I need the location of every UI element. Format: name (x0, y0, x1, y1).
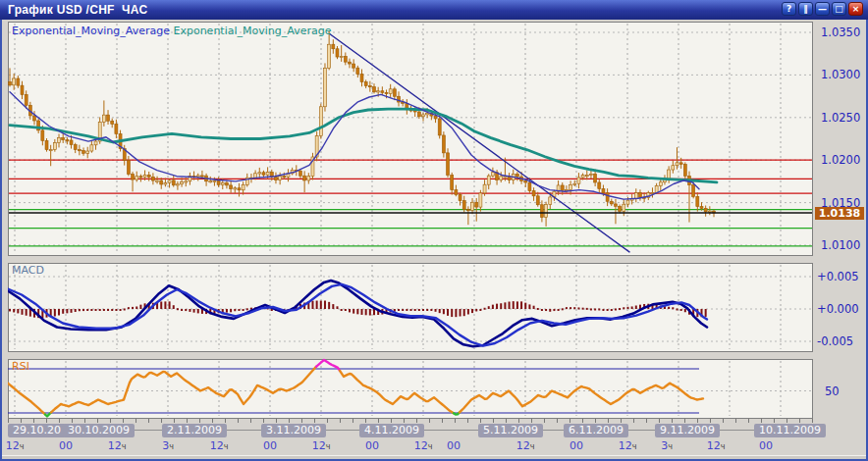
macd-histogram-bar (189, 309, 190, 312)
time-axis-label: 00 (447, 439, 461, 452)
maximize-button[interactable]: □ (832, 2, 846, 16)
macd-histogram-bar (86, 309, 88, 311)
macd-histogram-bar (9, 309, 11, 311)
macd-histogram-bar (443, 309, 445, 314)
macd-histogram-bar (549, 309, 551, 312)
macd-histogram-bar (680, 309, 682, 311)
candle-body (651, 192, 654, 193)
candle-body (623, 204, 625, 211)
price-axis-label: 1.0150 (821, 196, 860, 210)
hour-suffix: ч (326, 442, 331, 451)
macd-histogram-bar (558, 309, 560, 311)
macd-histogram-bar (402, 309, 404, 311)
time-axis-label: 12ч (619, 439, 637, 452)
macd-histogram-bar (311, 301, 313, 309)
macd-histogram-bar (353, 309, 354, 314)
candle-body (49, 150, 52, 151)
macd-histogram-bar (238, 309, 240, 311)
candle-body (385, 92, 388, 93)
candle-body (491, 173, 494, 176)
candle-body (217, 180, 220, 184)
price-axis-label: 1.0200 (821, 153, 860, 167)
macd-histogram-bar (82, 309, 84, 311)
candle-body (442, 135, 445, 153)
candle-body (90, 145, 93, 151)
macd-histogram-bar (573, 307, 575, 309)
candle-body (238, 188, 241, 190)
candle-body (298, 171, 301, 176)
candle-body (274, 177, 277, 179)
macd-histogram-bar (598, 308, 600, 310)
hour-suffix: ч (530, 442, 535, 451)
minimize-button[interactable]: — (815, 2, 830, 16)
macd-histogram-bar (566, 307, 568, 309)
time-axis-label: 00 (263, 439, 277, 452)
candle-body (683, 164, 686, 176)
candle-body (360, 75, 363, 82)
window-title: График USD /CHF ЧАС (8, 3, 147, 17)
candle-body (570, 184, 572, 189)
candle-body (307, 176, 310, 179)
app-window: График USD /CHF ЧАС ? ‖ — □ × Exponentia… (0, 0, 868, 461)
macd-histogram-bar (185, 309, 187, 311)
macd-histogram-bar (128, 307, 130, 309)
candle-body (336, 49, 339, 57)
candle-body (532, 191, 535, 196)
candle-body (471, 202, 474, 210)
candle-body (209, 181, 212, 182)
candle-body (393, 89, 396, 96)
macd-histogram-bar (79, 309, 81, 311)
candle-body (536, 196, 539, 205)
macd-histogram-bar (668, 307, 670, 309)
macd-histogram-bar (590, 308, 592, 310)
pause-button[interactable]: ‖ (798, 2, 813, 16)
macd-histogram-bar (365, 309, 367, 315)
macd-histogram-bar (373, 309, 375, 315)
candle-body (545, 205, 548, 218)
candle-body (561, 185, 564, 190)
help-button[interactable]: ? (782, 2, 796, 16)
time-axis-label: 12ч (414, 439, 433, 452)
macd-histogram-bar (62, 309, 64, 314)
candle-body (328, 44, 331, 68)
title-bar[interactable]: График USD /CHF ЧАС ? ‖ — □ × (0, 0, 868, 20)
candle-body (234, 188, 237, 189)
candle-body (200, 176, 203, 177)
hour-suffix: ч (668, 442, 673, 451)
candle-body (589, 174, 592, 175)
macd-histogram-bar (475, 309, 477, 311)
candle-body (147, 175, 150, 177)
candle-body (344, 56, 347, 62)
macd-histogram-bar (435, 309, 437, 312)
macd-histogram-bar (124, 308, 126, 310)
macd-histogram-bar (623, 307, 624, 309)
macd-histogram-bar (524, 303, 526, 309)
candle-body (266, 172, 269, 175)
macd-histogram-bar (504, 302, 506, 309)
macd-histogram-bar (484, 308, 486, 310)
macd-axis-label: +0.005 (817, 270, 859, 283)
time-axis-label: 12ч (210, 439, 229, 452)
macd-histogram-bar (619, 308, 621, 310)
macd-histogram-bar (173, 305, 175, 309)
macd-histogram-bar (602, 309, 604, 311)
candle-body (528, 182, 531, 191)
macd-histogram-bar (410, 309, 412, 311)
candle-body (462, 201, 465, 210)
macd-histogram-bar (22, 309, 24, 315)
candle-body (196, 176, 199, 177)
candle-body (426, 113, 429, 115)
date-badge: 5.11.2009 (478, 424, 543, 437)
candle-body (626, 200, 629, 204)
candle-body (696, 196, 699, 206)
candle-body (213, 180, 216, 181)
candle-body (594, 174, 597, 182)
candle-body (136, 177, 138, 179)
macd-histogram-bar (467, 309, 469, 314)
candle-body (127, 161, 130, 175)
macd-histogram-bar (66, 309, 68, 313)
close-button[interactable]: × (848, 2, 863, 16)
macd-histogram-bar (17, 309, 19, 313)
macd-histogram-bar (26, 309, 27, 316)
candle-body (500, 177, 503, 180)
